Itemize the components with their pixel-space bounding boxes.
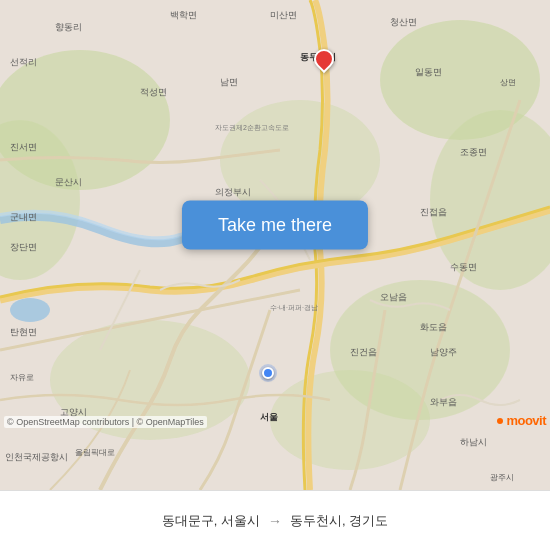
- moovit-dot-icon: [497, 418, 503, 424]
- svg-text:진접읍: 진접읍: [420, 207, 447, 217]
- current-location-dot: [259, 364, 277, 382]
- svg-text:와부읍: 와부읍: [430, 397, 457, 407]
- svg-text:장단면: 장단면: [10, 242, 37, 252]
- svg-text:일동면: 일동면: [415, 67, 442, 77]
- destination-pin: [314, 49, 334, 75]
- moovit-logo-bar: moovit: [497, 413, 546, 428]
- svg-text:남양주: 남양주: [430, 347, 457, 357]
- map-container: 향동리 백학면 미산면 청산면 선적리 진서면 군내면 장단면 문산시 적성면 …: [0, 0, 550, 490]
- svg-text:자유로: 자유로: [10, 373, 34, 382]
- svg-text:청산면: 청산면: [390, 17, 417, 27]
- svg-text:수동면: 수동면: [450, 262, 477, 272]
- svg-text:수·내·퍼퍼·경남: 수·내·퍼퍼·경남: [270, 304, 318, 312]
- svg-text:향동리: 향동리: [55, 22, 82, 32]
- svg-text:미산면: 미산면: [270, 10, 297, 20]
- svg-text:의정부시: 의정부시: [215, 187, 251, 197]
- svg-text:서울: 서울: [260, 412, 278, 422]
- bottom-bar: 동대문구, 서울시 → 동두천시, 경기도: [0, 490, 550, 550]
- svg-text:진건읍: 진건읍: [350, 347, 377, 357]
- svg-point-8: [270, 370, 430, 470]
- svg-text:광주시: 광주시: [490, 473, 514, 482]
- svg-text:오남읍: 오남읍: [380, 292, 407, 302]
- svg-text:상면: 상면: [500, 78, 516, 87]
- svg-text:군내면: 군내면: [10, 212, 37, 222]
- svg-text:올림픽대로: 올림픽대로: [75, 448, 115, 457]
- map-attribution: © OpenStreetMap contributors | © OpenMap…: [4, 416, 207, 428]
- moovit-logo: moovit: [506, 413, 546, 428]
- arrow-icon: →: [268, 513, 282, 529]
- route-info: 동대문구, 서울시 → 동두천시, 경기도: [162, 512, 388, 530]
- svg-text:적성면: 적성면: [140, 87, 167, 97]
- destination-label: 동두천시, 경기도: [290, 512, 388, 530]
- svg-text:자도권제2순환고속도로: 자도권제2순환고속도로: [215, 124, 289, 132]
- svg-text:진서면: 진서면: [10, 142, 37, 152]
- origin-label: 동대문구, 서울시: [162, 512, 260, 530]
- take-me-there-button[interactable]: Take me there: [182, 201, 368, 250]
- svg-text:인천국제공항시: 인천국제공항시: [5, 452, 68, 462]
- svg-text:조종면: 조종면: [460, 147, 487, 157]
- svg-text:선적리: 선적리: [10, 57, 37, 67]
- svg-text:백학면: 백학면: [170, 10, 197, 20]
- svg-text:남면: 남면: [220, 77, 238, 87]
- svg-text:문산시: 문산시: [55, 177, 82, 187]
- svg-text:하남시: 하남시: [460, 437, 487, 447]
- svg-point-9: [10, 298, 50, 322]
- svg-text:탄현면: 탄현면: [10, 327, 37, 337]
- svg-text:화도읍: 화도읍: [420, 322, 447, 332]
